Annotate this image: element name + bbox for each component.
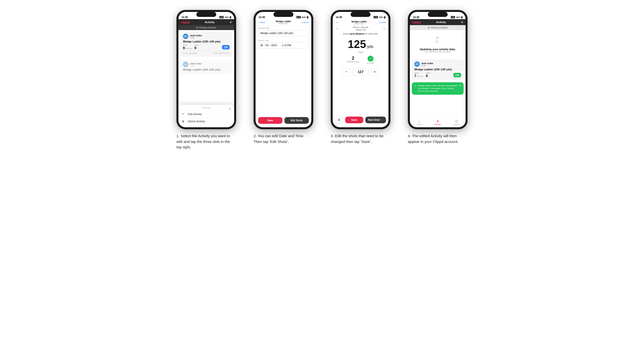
card-footer-1: ⓘ Test Information Data: Clippd Capture (183, 51, 230, 55)
nav-capture[interactable]: ◎ Capture (447, 119, 466, 125)
status-icons-4: ▋▋▋ WiFi ▓ (451, 16, 462, 18)
score-label-3: Score 7/9 (353, 29, 368, 31)
edit-label: Edit Activity (188, 113, 202, 116)
next-shot-arrow[interactable]: → (382, 26, 386, 31)
save-shot-btn[interactable]: Save (345, 117, 363, 123)
notch-1 (196, 12, 216, 17)
practice-title-group: Practice Title (256, 26, 311, 38)
outof-4: OUT OF (417, 76, 423, 77)
user-date-2: Today (190, 65, 226, 67)
toast-close-btn[interactable]: ✕ (459, 84, 461, 87)
score-label-1: Score (183, 44, 192, 46)
app-logo-4: clippd (412, 20, 421, 24)
activity-banner-1: ⊞ Viewing Activities (178, 25, 234, 30)
caption-2: 2. You can edit Date and Time. Then tap … (254, 133, 313, 144)
edit-activity-item[interactable]: ✏ Edit Activity (182, 110, 231, 118)
next-shot-btn[interactable]: Next Shot → (365, 117, 386, 123)
edit-icon: ✏ (182, 112, 186, 116)
shots-block-4: Shots 9 (426, 72, 430, 78)
stepper-row: − 127 + (333, 65, 388, 78)
time-2: 14:38 (258, 16, 265, 19)
cancel-btn-3[interactable]: Cancel (379, 21, 386, 24)
cancel-btn-2[interactable]: Cancel (302, 21, 309, 24)
status-icons-2: ▋▋▋ WiFi ▓ (296, 16, 308, 18)
stepper-minus[interactable]: − (342, 68, 350, 76)
caption-1: 1. Select the Activity you want to edit … (176, 133, 236, 150)
score-value-4: 7 (414, 74, 416, 78)
updating-box: Updating your activity data. This may ta… (410, 30, 466, 58)
three-dots-4[interactable]: ··· (458, 62, 461, 66)
user-date-4: Today (421, 65, 458, 66)
stepper-value[interactable]: 127 (352, 68, 368, 76)
save-button-2[interactable]: Save (258, 117, 282, 124)
yds-unit: yds (367, 44, 373, 49)
avatar-1: JC (183, 33, 188, 39)
card-header-1: JC Josh Coles Today ··· (183, 33, 230, 39)
datetime-row[interactable]: 06 / 03 / 2023 1:13 PM (258, 42, 309, 48)
menu-icon-1[interactable]: ≡ (230, 20, 232, 24)
nav-home[interactable]: ⌂ Home (410, 119, 428, 125)
nav-center-sub-2: 06 Mar 2023 (276, 23, 291, 24)
home-icon: ⌂ (418, 119, 420, 123)
user-name-4: Josh Coles (421, 62, 458, 65)
nav-bar-1: clippd Activity ≡ (178, 19, 234, 25)
phones-row: 14:38 ▋▋▋ WiFi ▓ clippd Activity ≡ ⊞ Vie… (172, 10, 472, 150)
back-btn-2[interactable]: < Back (258, 21, 265, 24)
edit-shots-button[interactable]: Edit Shots (284, 117, 309, 124)
shot-info: Shot 6, 125 yds Score 7/9 (353, 26, 368, 31)
card-stats-1: Score 9 OUT OF Shots 9 130 (183, 44, 230, 50)
yds-target: Target (333, 51, 388, 53)
updating-sub: This may take a few moments. (424, 51, 451, 53)
quality-badge-1: 130 (222, 45, 230, 49)
shots-label-4: Shots (426, 72, 430, 74)
user-name-1: Josh Coles (190, 34, 226, 37)
activities-icon: ♦ (437, 119, 438, 123)
phone-1-column: 14:38 ▋▋▋ WiFi ▓ clippd Activity ≡ ⊞ Vie… (172, 10, 241, 150)
sheet-handle-1 (202, 107, 211, 108)
status-icons-1: ▋▋▋ WiFi ▓ (220, 16, 231, 18)
svg-marker-1 (437, 36, 440, 38)
delete-shot-btn[interactable]: 🗑 (335, 116, 343, 124)
capture-label: Capture (453, 124, 459, 125)
caption-4: 4. The edited Activity will then appear … (408, 133, 468, 144)
practice-input[interactable] (258, 30, 309, 36)
phone-4-column: 14:38 ▋▋▋ WiFi ▓ clippd Activity ≡ ⊞ Vie… (403, 10, 472, 144)
user-info-4: Josh Coles Today (421, 62, 458, 66)
phone-1: 14:38 ▋▋▋ WiFi ▓ clippd Activity ≡ ⊞ Vie… (176, 10, 236, 129)
signal-icon-4: ▋▋▋ (451, 16, 456, 18)
date-time: 1:13 PM (282, 44, 291, 47)
avatar-2: JC (183, 62, 188, 67)
footer-right-1: Data: Clippd Capture (214, 52, 230, 55)
prev-shot-arrow[interactable]: ← (335, 26, 339, 31)
app-logo-1: clippd (181, 20, 190, 24)
score-block-4: Score 7 OUT OF (414, 72, 423, 78)
yds-number: 125 (348, 38, 366, 50)
menu-icon-4[interactable]: ≡ (461, 20, 463, 24)
sheet-close-btn[interactable]: ✕ (229, 107, 232, 111)
banner-text-1: ⊞ Viewing Activities (196, 26, 216, 29)
user-info-2: Josh Coles Today (190, 62, 226, 67)
back-btn-3[interactable]: ← (335, 20, 339, 25)
status-icons-3: ▋▋▋ WiFi ▓ (374, 16, 386, 18)
three-dots-1[interactable]: ··· (226, 34, 230, 38)
carry-instruction: Enter carry distance for each shot (333, 31, 388, 36)
user-name-2: Josh Coles (190, 62, 226, 65)
signal-icon-3: ▋▋▋ (374, 16, 378, 18)
edit-nav-2: < Back Wedge Ladder 06 Mar 2023 Cancel (256, 19, 311, 26)
nav-bar-4: clippd Activity ≡ (410, 19, 466, 25)
stepper-plus[interactable]: + (371, 68, 379, 76)
time-4: 14:38 (413, 16, 419, 19)
three-dots-2[interactable]: ··· (226, 63, 230, 66)
delete-activity-item[interactable]: 🗑 Delete Activity (182, 118, 231, 125)
phone-3: 14:39 ▋▋▋ WiFi ▓ ← Wedge Ladder 06 Mar 2… (331, 10, 390, 129)
score-block-1: Score 9 OUT OF (183, 44, 192, 50)
nav-title-1: Activity (205, 21, 215, 24)
date-month: 03 (266, 44, 268, 47)
nav-activities[interactable]: ♦ Activities (428, 119, 447, 125)
datetime-group: Date & Time 06 / 03 / 2023 1:13 PM (256, 38, 311, 50)
shot-metrics: 2 Difference (yds) ✓ Hit Target (333, 54, 388, 65)
battery-icon-2: ▓ (307, 16, 308, 18)
shots-value-4: 9 (426, 74, 430, 78)
capture-icon: ◎ (455, 119, 458, 123)
shot-title-3: Wedge Ladder (351, 20, 367, 23)
